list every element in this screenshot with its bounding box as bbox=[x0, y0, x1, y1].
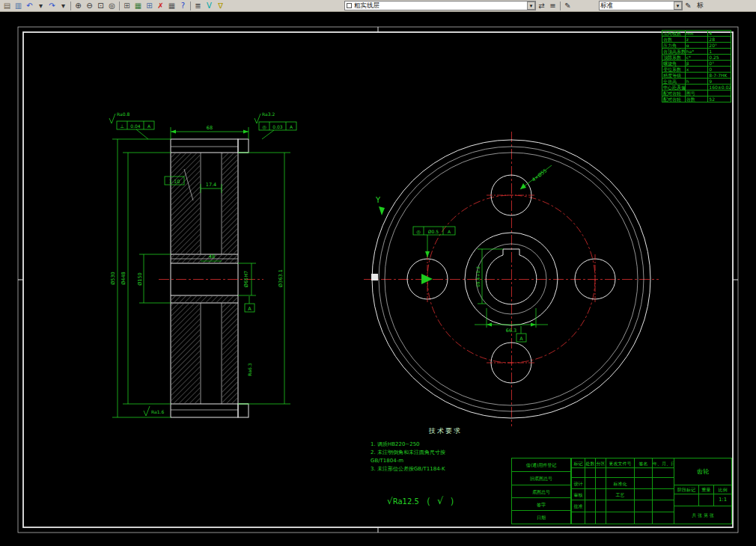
titleblock-register: 借(通)用件登记旧底图总号底图总号签字日期 bbox=[511, 458, 571, 524]
param-cell: 20° bbox=[708, 43, 731, 49]
titleblock-cell bbox=[653, 478, 674, 489]
param-cell: 0.25 bbox=[708, 55, 731, 61]
titleblock-cell bbox=[635, 478, 653, 489]
taper-label: 1:10 bbox=[169, 179, 180, 185]
param-cell: 齿顶高系数 bbox=[662, 49, 686, 55]
param-cell: 图号 bbox=[685, 91, 708, 96]
param-cell: 52 bbox=[708, 96, 731, 102]
param-row: 中心距及偏差160±0.027 bbox=[662, 85, 731, 91]
titleblock-cell bbox=[606, 468, 635, 478]
param-cell bbox=[708, 91, 731, 96]
titleblock-cell: 签字 bbox=[512, 498, 571, 511]
param-cell: 法向模数 bbox=[662, 31, 686, 37]
redo-icon[interactable]: ↷ bbox=[46, 1, 58, 11]
titleblock-cell bbox=[572, 512, 585, 524]
zoom-window-icon[interactable]: ⊡ bbox=[95, 1, 106, 11]
layer-combo[interactable]: 粗实线层 ▾ bbox=[344, 1, 536, 10]
titleblock-cell: 设计 bbox=[572, 478, 585, 489]
tech-req-title: 技术要求 bbox=[371, 426, 520, 436]
insert-table-icon[interactable]: ⊞ bbox=[144, 1, 155, 11]
sheet-icon[interactable]: ▦ bbox=[132, 1, 144, 11]
param-cell: 顶隙系数 bbox=[662, 55, 686, 61]
param-cell: β bbox=[685, 61, 708, 67]
param-cell: 中心距及偏差 bbox=[662, 85, 686, 91]
titleblock-cell bbox=[635, 512, 653, 524]
roughness-label: Ra6.3 bbox=[247, 363, 252, 375]
titleblock-cell bbox=[585, 478, 596, 489]
titleblock-cell: 日期 bbox=[512, 511, 571, 524]
gdt-symbol: ◎ bbox=[416, 229, 421, 235]
table-icon[interactable]: ⊞ bbox=[121, 1, 132, 11]
viewport-marker bbox=[371, 274, 378, 280]
redo-dropdown-icon[interactable]: ▾ bbox=[58, 1, 69, 11]
titleblock-cell: 处数 bbox=[585, 458, 596, 468]
titleblock-cell: 旧底图总号 bbox=[512, 472, 571, 485]
dim-label-width: 68 bbox=[207, 125, 213, 131]
edit-style-icon[interactable]: ✎ bbox=[683, 1, 694, 11]
param-row: 精度等级8-7-7HK bbox=[662, 73, 731, 79]
titleblock-cell bbox=[635, 489, 653, 500]
open-icon[interactable]: ▤ bbox=[1, 1, 13, 11]
param-cell: z bbox=[685, 37, 708, 43]
titleblock-cell: 标记 bbox=[572, 458, 585, 468]
titleblock-cell bbox=[596, 468, 606, 478]
layer-visibility-icon[interactable]: V bbox=[204, 1, 215, 11]
param-row: 配对齿轮图号 bbox=[662, 91, 731, 96]
titleblock-cell: 审核 bbox=[572, 489, 585, 500]
toolbar-separator bbox=[119, 1, 120, 10]
param-row: 螺旋角β0° bbox=[662, 61, 731, 67]
dim-label-hub-dia: Ø150 bbox=[137, 272, 143, 286]
param-cell: 配对齿轮 bbox=[662, 91, 686, 96]
titleblock-cell bbox=[653, 500, 674, 512]
param-cell: α bbox=[685, 43, 708, 49]
style-combo[interactable]: 标准 ▾ bbox=[599, 1, 683, 10]
param-cell: 全齿高 bbox=[662, 79, 686, 85]
roughness-check-icon: √ bbox=[387, 496, 393, 506]
param-row: 齿顶高系数ha*1 bbox=[662, 49, 731, 55]
style-combo-value: 标准 bbox=[600, 1, 672, 10]
param-cell: 1 bbox=[708, 49, 731, 55]
titleblock-cell bbox=[585, 512, 596, 524]
delete-table-icon[interactable]: ✗ bbox=[155, 1, 166, 11]
style-combo2-label: 标 bbox=[697, 1, 704, 10]
tech-req-line: GB/T1804-m bbox=[371, 457, 520, 465]
layer-filter-icon[interactable]: ∇ bbox=[215, 1, 226, 11]
layers-icon[interactable]: ≣ bbox=[192, 1, 204, 11]
titleblock-cell: 借(通)用件登记 bbox=[512, 458, 571, 472]
layer-color-swatch bbox=[347, 3, 352, 8]
toolbar-group-3: ✎ bbox=[683, 1, 694, 11]
titleblock-cell: 年、月、日 bbox=[653, 458, 674, 468]
axis-label: Y bbox=[375, 196, 381, 204]
zoom-in-icon[interactable]: ⊕ bbox=[73, 1, 84, 11]
titleblock-cell: 阶段标记 bbox=[674, 485, 699, 494]
chevron-down-icon[interactable]: ▾ bbox=[674, 1, 682, 10]
titleblock-cell bbox=[606, 512, 635, 524]
titleblock-cell: 比例 bbox=[714, 485, 732, 494]
gdt-value: Ø0.5 bbox=[428, 229, 439, 234]
titleblock-cell bbox=[699, 494, 714, 506]
param-cell: x bbox=[685, 67, 708, 73]
tech-req-items: 1. 调质HB220~2502. 未注明倒角和未注圆角尺寸按GB/T1804-m… bbox=[371, 441, 520, 473]
titleblock-cell bbox=[635, 500, 653, 512]
param-row: 配对齿轮齿数52 bbox=[662, 96, 731, 102]
zoom-extents-icon[interactable]: ◎ bbox=[106, 1, 118, 11]
layer-state-icon[interactable]: ≡ bbox=[547, 1, 558, 11]
param-row: 法向模数mn4 bbox=[662, 31, 731, 37]
edit-linetype-icon[interactable]: ✎ bbox=[562, 1, 573, 11]
undo-icon[interactable]: ↶ bbox=[24, 1, 35, 11]
dim-label-outer-dia: Ø530 bbox=[110, 272, 116, 285]
help-icon[interactable]: ? bbox=[177, 1, 189, 11]
param-cell bbox=[685, 73, 708, 79]
gear-parameter-table: 法向模数mn4齿数z28压力角α20°齿顶高系数ha*1顶隙系数c*0.25螺旋… bbox=[662, 30, 731, 102]
gdt-value: 0.04 bbox=[130, 123, 141, 129]
titleblock-cell bbox=[653, 512, 674, 524]
tech-req-line: 1. 调质HB220~250 bbox=[371, 441, 520, 449]
chevron-down-icon[interactable]: ▾ bbox=[527, 1, 535, 10]
layer-previous-icon[interactable]: ⇄ bbox=[536, 1, 547, 11]
undo-dropdown-icon[interactable]: ▾ bbox=[35, 1, 46, 11]
cells-icon[interactable]: ▦ bbox=[166, 1, 177, 11]
zoom-out-icon[interactable]: ⊖ bbox=[84, 1, 95, 11]
param-cell: 齿数 bbox=[685, 96, 708, 102]
print-icon[interactable]: ▥ bbox=[13, 1, 24, 11]
roughness-value: Ra12.5 bbox=[393, 497, 419, 506]
